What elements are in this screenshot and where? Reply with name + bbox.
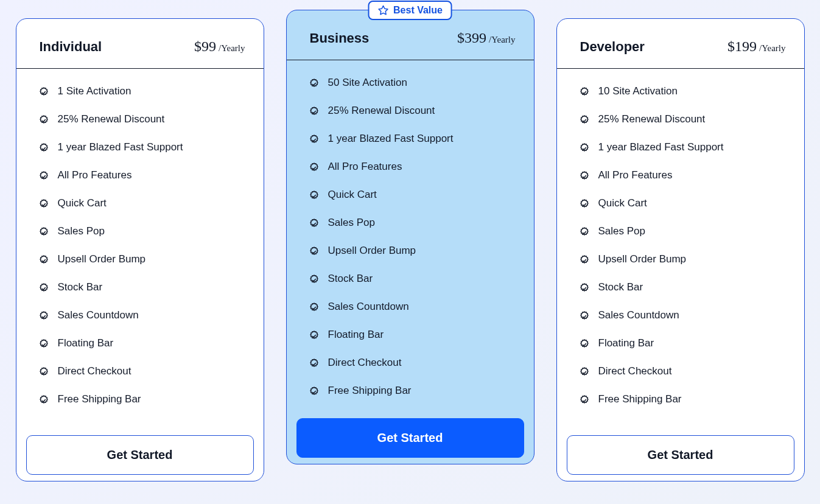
badge-check-icon: [38, 282, 49, 293]
feature-label: Sales Countdown: [328, 301, 409, 313]
badge-check-icon: [309, 385, 320, 396]
feature-item: Free Shipping Bar: [38, 385, 249, 413]
badge-check-icon: [38, 366, 49, 377]
feature-label: Upsell Order Bump: [328, 245, 416, 257]
feature-label: Sales Countdown: [58, 309, 139, 321]
feature-label: 1 Site Activation: [58, 85, 131, 97]
plan-name: Developer: [580, 39, 645, 55]
feature-item: Direct Checkout: [579, 357, 790, 385]
feature-label: All Pro Features: [328, 161, 402, 173]
price-period: /Yearly: [489, 35, 515, 45]
badge-check-icon: [38, 114, 49, 125]
plan-header: Individual $99 /Yearly: [16, 19, 264, 69]
plan-price: $199 /Yearly: [727, 38, 785, 55]
feature-label: 1 year Blazed Fast Support: [598, 141, 724, 153]
feature-item: All Pro Features: [579, 161, 790, 189]
feature-label: Floating Bar: [598, 337, 654, 349]
feature-item: Sales Countdown: [38, 301, 249, 329]
badge-check-icon: [309, 161, 320, 172]
feature-item: 1 Site Activation: [38, 77, 249, 105]
plan-features: 50 Site Activation25% Renewal Discount1 …: [287, 60, 534, 405]
badge-check-icon: [38, 394, 49, 405]
feature-label: 25% Renewal Discount: [328, 105, 435, 117]
feature-label: Direct Checkout: [328, 357, 402, 369]
feature-item: 10 Site Activation: [579, 77, 790, 105]
price-period: /Yearly: [759, 43, 785, 54]
badge-check-icon: [579, 226, 590, 237]
badge-check-icon: [579, 142, 590, 153]
badge-check-icon: [309, 77, 320, 88]
feature-label: Sales Pop: [598, 225, 646, 237]
get-started-button[interactable]: Get Started: [296, 418, 524, 458]
badge-check-icon: [309, 133, 320, 144]
get-started-button[interactable]: Get Started: [26, 435, 254, 475]
badge-check-icon: [309, 245, 320, 256]
feature-item: Upsell Order Bump: [309, 237, 519, 265]
feature-item: All Pro Features: [38, 161, 249, 189]
feature-label: 1 year Blazed Fast Support: [328, 133, 454, 145]
feature-item: Upsell Order Bump: [38, 245, 249, 273]
feature-item: 25% Renewal Discount: [579, 105, 790, 133]
feature-item: Free Shipping Bar: [309, 377, 519, 405]
plan-name: Business: [310, 30, 370, 46]
feature-label: Free Shipping Bar: [328, 385, 412, 397]
star-icon: [377, 5, 388, 16]
feature-item: Sales Pop: [38, 217, 249, 245]
price-period: /Yearly: [219, 43, 245, 54]
feature-item: Sales Pop: [309, 209, 519, 237]
badge-check-icon: [309, 217, 320, 228]
feature-item: Free Shipping Bar: [579, 385, 790, 413]
badge-check-icon: [579, 310, 590, 321]
feature-label: Stock Bar: [58, 281, 103, 293]
feature-item: 25% Renewal Discount: [309, 97, 519, 125]
feature-label: Stock Bar: [598, 281, 643, 293]
feature-label: Floating Bar: [328, 329, 384, 341]
svg-marker-0: [379, 6, 388, 15]
badge-check-icon: [579, 338, 590, 349]
feature-item: Sales Pop: [579, 217, 790, 245]
feature-item: 50 Site Activation: [309, 69, 519, 97]
feature-label: 1 year Blazed Fast Support: [58, 141, 183, 153]
badge-check-icon: [309, 273, 320, 284]
plan-name: Individual: [40, 39, 102, 55]
feature-label: Sales Pop: [58, 225, 105, 237]
cta-wrap: Get Started: [557, 413, 804, 481]
feature-label: All Pro Features: [598, 169, 673, 181]
feature-item: 1 year Blazed Fast Support: [38, 133, 249, 161]
get-started-button[interactable]: Get Started: [567, 435, 794, 475]
badge-check-icon: [579, 170, 590, 181]
plan-features: 10 Site Activation25% Renewal Discount1 …: [557, 69, 804, 413]
feature-item: Upsell Order Bump: [579, 245, 790, 273]
badge-check-icon: [38, 254, 49, 265]
feature-item: 25% Renewal Discount: [38, 105, 249, 133]
plan-card-business: Best Value Business $399 /Yearly 50 Site…: [286, 10, 534, 464]
badge-check-icon: [38, 198, 49, 209]
badge-check-icon: [38, 226, 49, 237]
badge-check-icon: [309, 301, 320, 312]
feature-label: Floating Bar: [58, 337, 114, 349]
feature-item: Direct Checkout: [38, 357, 249, 385]
feature-label: Upsell Order Bump: [598, 253, 687, 265]
feature-label: Quick Cart: [328, 189, 377, 201]
feature-label: Quick Cart: [58, 197, 107, 209]
feature-label: Stock Bar: [328, 273, 373, 285]
feature-item: Stock Bar: [309, 265, 519, 293]
feature-item: Floating Bar: [38, 329, 249, 357]
feature-label: Free Shipping Bar: [58, 393, 141, 405]
badge-check-icon: [309, 189, 320, 200]
pricing-container: Individual $99 /Yearly 1 Site Activation…: [0, 0, 820, 504]
feature-label: Free Shipping Bar: [598, 393, 682, 405]
feature-item: Sales Countdown: [579, 301, 790, 329]
feature-label: Upsell Order Bump: [58, 253, 146, 265]
badge-check-icon: [38, 338, 49, 349]
feature-label: Sales Countdown: [598, 309, 679, 321]
badge-check-icon: [579, 114, 590, 125]
feature-item: Quick Cart: [38, 189, 249, 217]
badge-check-icon: [309, 329, 320, 340]
feature-label: 25% Renewal Discount: [598, 113, 706, 125]
badge-check-icon: [579, 86, 590, 97]
feature-item: Floating Bar: [579, 329, 790, 357]
feature-label: 25% Renewal Discount: [58, 113, 165, 125]
plan-price: $399 /Yearly: [457, 30, 515, 46]
price-amount: $99: [194, 38, 216, 55]
